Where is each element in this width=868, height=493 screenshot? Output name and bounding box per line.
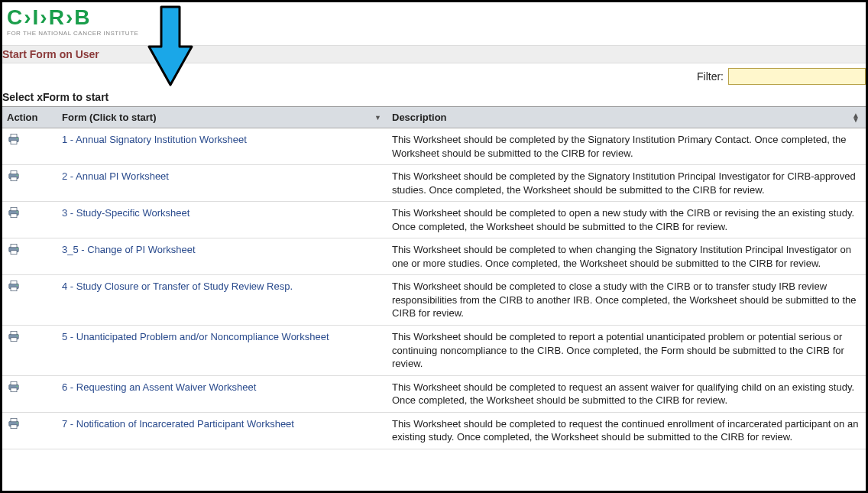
svg-point-19 [17,285,18,287]
svg-rect-6 [11,177,17,181]
svg-point-15 [17,248,18,250]
print-icon[interactable] [7,333,21,345]
svg-rect-9 [11,208,17,211]
form-cell: 3 - Study-Specific Worksheet [57,202,387,238]
filter-input[interactable] [728,68,866,85]
column-header-description-label: Description [392,112,447,123]
column-header-action-label: Action [7,112,37,123]
form-cell: 1 - Annual Signatory Institution Workshe… [57,128,387,165]
form-cell: 2 - Annual PI Worksheet [57,165,387,202]
action-cell [2,275,57,326]
svg-point-23 [17,336,18,337]
table-row: 1 - Annual Signatory Institution Workshe… [2,128,866,165]
filter-row: Filter: [2,63,866,89]
svg-point-31 [17,422,18,423]
svg-rect-17 [11,281,17,284]
description-cell: This Worksheet should be completed to wh… [387,238,866,275]
svg-point-7 [17,175,18,177]
description-cell: This Worksheet should be completed to cl… [387,275,866,326]
table-row: 7 - Notification of Incarcerated Partici… [2,412,866,449]
table-row: 4 - Study Closure or Transfer of Study R… [2,275,866,326]
table-row: 3 - Study-Specific WorksheetThis Workshe… [2,202,866,238]
form-link[interactable]: 7 - Notification of Incarcerated Partici… [62,418,294,430]
table-row: 5 - Unanticipated Problem and/or Noncomp… [2,326,866,376]
description-cell: This Worksheet should be completed by th… [387,165,866,202]
form-link[interactable]: 4 - Study Closure or Transfer of Study R… [62,281,293,292]
column-header-form[interactable]: Form (Click to start) ▼ [57,107,387,128]
table-row: 6 - Requesting an Assent Waiver Workshee… [2,375,866,412]
svg-rect-10 [11,214,17,218]
svg-point-11 [17,212,18,213]
print-icon[interactable] [7,420,21,432]
form-link[interactable]: 3_5 - Change of PI Worksheet [62,244,196,255]
description-cell: This Worksheet should be completed by th… [387,128,866,165]
print-icon[interactable] [7,173,21,184]
print-icon[interactable] [7,246,21,258]
form-link[interactable]: 2 - Annual PI Worksheet [62,170,169,182]
action-cell [2,202,57,238]
description-cell: This Worksheet should be completed to re… [387,326,866,376]
svg-rect-29 [11,418,17,421]
action-cell [2,326,57,376]
svg-rect-5 [11,170,17,174]
description-cell: This Worksheet should be completed to re… [387,375,866,412]
form-link[interactable]: 6 - Requesting an Assent Waiver Workshee… [62,381,256,393]
svg-point-27 [17,385,18,387]
print-icon[interactable] [7,283,21,294]
svg-rect-13 [11,245,17,248]
svg-rect-1 [11,134,17,137]
action-cell [2,412,57,449]
svg-rect-26 [11,388,17,391]
svg-rect-2 [11,141,17,144]
form-link[interactable]: 1 - Annual Signatory Institution Workshe… [62,134,247,145]
sort-desc-icon: ▼ [374,114,381,122]
sort-both-icon: ▲▼ [852,113,860,122]
svg-rect-18 [11,287,17,291]
form-table: Action Form (Click to start) ▼ Descripti… [2,107,866,449]
print-icon[interactable] [7,136,21,148]
svg-rect-30 [11,425,17,429]
action-cell [2,128,57,165]
logo-subtitle: FOR THE NATIONAL CANCER INSTITUTE [7,30,866,37]
print-icon[interactable] [7,209,21,221]
action-cell [2,375,57,412]
table-row: 2 - Annual PI WorksheetThis Worksheet sh… [2,165,866,202]
action-cell [2,238,57,275]
form-cell: 4 - Study Closure or Transfer of Study R… [57,275,387,326]
breadcrumb: Start Form on User [2,45,866,63]
form-cell: 5 - Unanticipated Problem and/or Noncomp… [57,326,387,376]
description-cell: This Worksheet should be completed to op… [387,202,866,238]
section-heading: Select xForm to start [2,89,866,107]
filter-label: Filter: [697,70,724,83]
column-header-action[interactable]: Action [2,107,57,128]
form-link[interactable]: 5 - Unanticipated Problem and/or Noncomp… [62,331,329,342]
svg-rect-14 [11,251,17,255]
form-cell: 3_5 - Change of PI Worksheet [57,238,387,275]
logo-area: C›I›R›B FOR THE NATIONAL CANCER INSTITUT… [2,2,866,45]
svg-point-3 [17,138,18,139]
svg-rect-22 [11,338,17,342]
form-cell: 6 - Requesting an Assent Waiver Workshee… [57,375,387,412]
form-link[interactable]: 3 - Study-Specific Worksheet [62,207,189,219]
form-cell: 7 - Notification of Incarcerated Partici… [57,412,387,449]
column-header-form-label: Form (Click to start) [62,112,157,123]
action-cell [2,165,57,202]
description-cell: This Worksheet should be completed to re… [387,412,866,449]
table-row: 3_5 - Change of PI WorksheetThis Workshe… [2,238,866,275]
svg-rect-25 [11,381,17,384]
svg-rect-21 [11,331,17,334]
print-icon[interactable] [7,384,21,395]
logo-text: C›I›R›B [7,7,866,28]
column-header-description[interactable]: Description ▲▼ [387,107,866,128]
